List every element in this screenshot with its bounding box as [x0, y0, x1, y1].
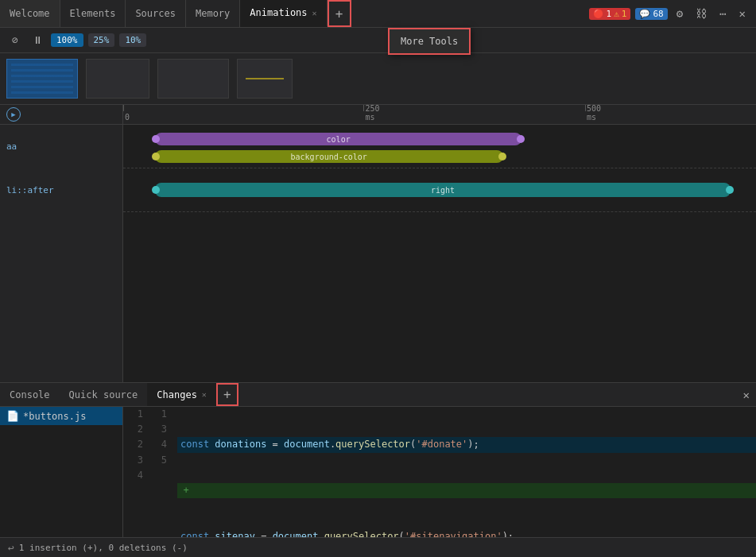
timeline-container: ▶ aa li::after 0 250 ms 500 ms — [0, 105, 756, 382]
tab-quick-source[interactable]: Quick source — [60, 383, 148, 406]
close-bottom-panel-button[interactable]: ✕ — [743, 389, 750, 401]
close-animations-tab[interactable]: ✕ — [312, 9, 317, 17]
line-numbers-left: 1 2 2 3 4 — [123, 407, 147, 537]
ruler-label-500: 500 ms — [587, 105, 601, 122]
settings-button[interactable]: ⚙ — [673, 6, 687, 21]
tab-memory-label: Memory — [196, 8, 230, 19]
preview-row — [0, 53, 756, 105]
customize-button[interactable]: ⛓ — [692, 6, 711, 21]
warning-count: 1 — [622, 9, 627, 19]
anim-bar-color[interactable]: color — [155, 133, 522, 145]
label-aa-text: aa — [6, 141, 17, 152]
dot-right-right — [726, 186, 734, 194]
preview-thumb-2[interactable] — [86, 59, 149, 99]
pause-icon: ⏸ — [33, 34, 43, 46]
animation-controls: ⊘ ⏸ 100% 25% 10% — [0, 28, 756, 53]
more-tools-label: More Tools — [401, 36, 458, 47]
add-bottom-tab-icon: + — [223, 387, 231, 402]
error-icon: 🔴 — [593, 9, 604, 19]
tab-animations-label: Animations — [250, 7, 307, 18]
code-line-2: const sitenav = document.querySelector('… — [177, 529, 756, 538]
tab-bar-right: 🔴 1 ⚠ 1 💬 68 ⚙ ⛓ ⋯ ✕ — [589, 6, 756, 21]
tab-welcome[interactable]: Welcome — [0, 0, 60, 27]
message-count: 68 — [653, 9, 663, 19]
code-lines: const donations = document.querySelector… — [171, 407, 756, 537]
tab-sources-label: Sources — [135, 8, 176, 19]
tab-welcome-label: Welcome — [10, 8, 50, 19]
timeline-tracks: 0 250 ms 500 ms color back — [123, 105, 756, 382]
pause-button[interactable]: ⏸ — [29, 32, 46, 49]
dot-color-left — [152, 135, 160, 143]
tab-elements[interactable]: Elements — [60, 0, 126, 27]
tab-changes[interactable]: Changes ✕ — [147, 383, 216, 406]
main-tab-bar: Welcome Elements Sources Memory Animatio… — [0, 0, 756, 28]
preview-thumb-3[interactable] — [157, 59, 229, 99]
tab-quick-source-label: Quick source — [69, 389, 138, 400]
add-tab-button[interactable]: + — [328, 0, 351, 27]
tab-console[interactable]: Console — [0, 383, 60, 406]
file-name: *buttons.js — [23, 411, 86, 422]
speed-100-button[interactable]: 100% — [51, 33, 83, 47]
animation-area: ▶ aa li::after 0 250 ms 500 ms — [0, 53, 756, 382]
message-icon: 💬 — [639, 9, 650, 19]
anim-bar-bg-color[interactable]: background-color — [155, 150, 503, 163]
code-line-add: + — [177, 483, 756, 498]
bar-right-label: right — [431, 186, 455, 195]
error-badge[interactable]: 🔴 1 ⚠ 1 — [589, 8, 631, 20]
track-row-li-after: right — [123, 168, 756, 212]
bottom-panel: Console Quick source Changes ✕ + ✕ 📄 *bu… — [0, 382, 756, 557]
timeline-labels: ▶ aa li::after — [0, 105, 123, 382]
add-bottom-tab-button[interactable]: + — [216, 383, 238, 406]
bar-color-label: color — [327, 135, 351, 144]
more-tools-item[interactable]: More Tools — [390, 29, 469, 53]
code-area: 1 2 2 3 4 1 3 4 5 const donations = docu… — [123, 407, 756, 537]
track-row-aa: color background-color — [123, 125, 756, 168]
ruler-spacer: ▶ — [0, 105, 122, 125]
close-devtools-button[interactable]: ✕ — [735, 6, 750, 21]
tab-sources[interactable]: Sources — [126, 0, 186, 27]
bottom-panel-content: 📄 *buttons.js 1 2 2 3 4 1 3 4 5 — [0, 407, 756, 537]
code-line-1: const donations = document.querySelector… — [177, 437, 756, 452]
ruler-label-250: 250 ms — [365, 105, 379, 122]
tab-console-label: Console — [10, 389, 50, 400]
more-options-button[interactable]: ⋯ — [715, 6, 730, 21]
preview-thumb-1[interactable] — [6, 59, 78, 99]
close-changes-tab[interactable]: ✕ — [202, 390, 207, 399]
dot-color-right — [517, 135, 525, 143]
label-li-after-text: li::after — [6, 185, 54, 195]
warning-icon: ⚠ — [614, 9, 619, 19]
ruler: 0 250 ms 500 ms — [123, 105, 756, 125]
line-numbers-right: 1 3 4 5 — [147, 407, 171, 537]
preview-thumb-4[interactable] — [237, 59, 293, 99]
dot-bg-right — [498, 153, 506, 161]
dot-bg-left — [152, 153, 160, 161]
dot-right-left — [152, 186, 160, 194]
stop-button[interactable]: ⊘ — [6, 32, 24, 49]
speed-10-button[interactable]: 10% — [119, 33, 146, 47]
tab-animations[interactable]: Animations ✕ — [240, 0, 327, 27]
bar-bg-color-label: background-color — [291, 153, 367, 161]
bottom-tab-bar: Console Quick source Changes ✕ + ✕ — [0, 383, 756, 407]
ruler-label-0: 0 — [125, 113, 130, 122]
undo-button[interactable]: ↩ — [8, 542, 14, 554]
play-button[interactable]: ▶ — [6, 107, 21, 122]
message-badge[interactable]: 💬 68 — [635, 8, 667, 20]
label-li-after: li::after — [0, 168, 122, 212]
anim-bar-right[interactable]: right — [155, 183, 731, 197]
status-text: 1 insertion (+), 0 deletions (-) — [19, 543, 188, 553]
error-count: 1 — [607, 9, 612, 19]
code-content: 1 2 2 3 4 1 3 4 5 const donations = docu… — [123, 407, 756, 537]
tab-changes-label: Changes — [157, 389, 197, 400]
speed-25-button[interactable]: 25% — [88, 33, 115, 47]
label-aa: aa — [0, 125, 122, 168]
file-icon: 📄 — [6, 410, 19, 422]
more-tools-dropdown: More Tools — [388, 28, 471, 55]
file-item-buttons-js[interactable]: 📄 *buttons.js — [0, 407, 122, 425]
play-icon: ▶ — [11, 110, 15, 118]
tab-elements-label: Elements — [70, 8, 116, 19]
tab-memory[interactable]: Memory — [186, 0, 240, 27]
bottom-status: ↩ 1 insertion (+), 0 deletions (-) — [0, 537, 756, 557]
stop-icon: ⊘ — [12, 34, 18, 46]
add-tab-icon: + — [335, 6, 343, 21]
file-list: 📄 *buttons.js — [0, 407, 123, 537]
